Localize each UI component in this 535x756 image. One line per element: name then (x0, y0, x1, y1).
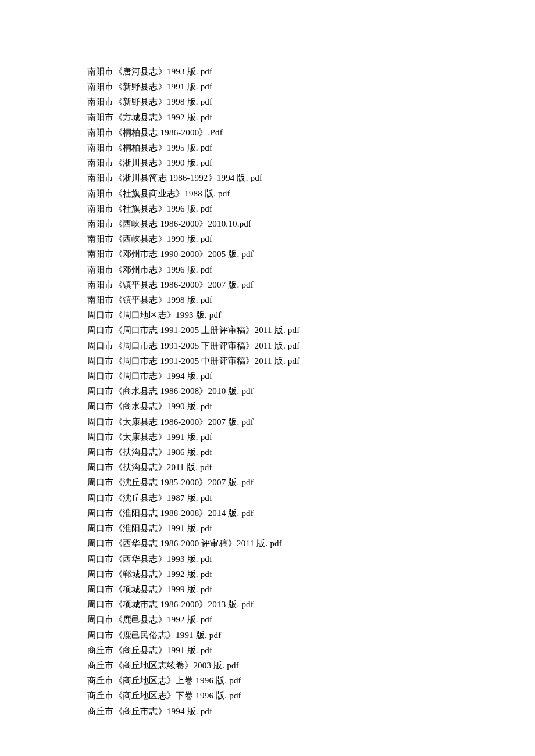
list-item: 周口市《周口市志 1991-2005 上册评审稿》2011 版. pdf (87, 323, 535, 338)
list-item: 商丘市《商丘地区志续卷》2003 版. pdf (87, 658, 535, 673)
list-item: 商丘市《商丘市志》1994 版. pdf (87, 704, 535, 719)
list-item: 南阳市《邓州市志》1996 版. pdf (87, 262, 535, 277)
list-item: 南阳市《西峡县志》1990 版. pdf (87, 231, 535, 246)
list-item: 周口市《商水县志 1986-2008》2010 版. pdf (87, 384, 535, 399)
list-item: 周口市《西华县志 1986-2000 评审稿》2011 版. pdf (87, 536, 535, 551)
list-item: 周口市《项城市志 1986-2000》2013 版. pdf (87, 597, 535, 612)
list-item: 周口市《周口市志 1991-2005 下册评审稿》2011 版. pdf (87, 338, 535, 353)
list-item: 周口市《扶沟县志》1986 版. pdf (87, 445, 535, 460)
list-item: 南阳市《西峡县志 1986-2000》2010.10.pdf (87, 216, 535, 231)
list-item: 南阳市《唐河县志》1993 版. pdf (87, 64, 535, 79)
list-item: 周口市《沈丘县志》1987 版. pdf (87, 490, 535, 506)
list-item: 南阳市《桐柏县志 1986-2000》.Pdf (87, 125, 535, 140)
list-item: 商丘市《商丘地区志》下卷 1996 版. pdf (87, 688, 535, 703)
list-item: 周口市《周口市志》1994 版. pdf (87, 368, 535, 384)
list-item: 周口市《商水县志》1990 版. pdf (87, 399, 535, 414)
list-item: 周口市《周口市志 1991-2005 中册评审稿》2011 版. pdf (87, 353, 535, 368)
list-item: 南阳市《社旗县志》1996 版. pdf (87, 201, 535, 216)
list-item: 周口市《鹿邑民俗志》1991 版. pdf (87, 628, 535, 643)
list-item: 南阳市《新野县志》1998 版. pdf (87, 94, 535, 109)
list-item: 商丘市《商丘县志》1991 版. pdf (87, 643, 535, 658)
list-item: 周口市《鹿邑县志》1992 版. pdf (87, 612, 535, 627)
list-item: 南阳市《方城县志》1992 版. pdf (87, 110, 535, 125)
list-item: 周口市《沈丘县志 1985-2000》2007 版. pdf (87, 475, 535, 490)
list-item: 南阳市《邓州市志 1990-2000》2005 版. pdf (87, 246, 535, 261)
list-item: 周口市《淮阳县志 1988-2008》2014 版. pdf (87, 506, 535, 521)
list-item: 周口市《郸城县志》1992 版. pdf (87, 567, 535, 582)
list-item: 南阳市《新野县志》1991 版. pdf (87, 79, 535, 94)
list-item: 周口市《太康县志 1986-2000》2007 版. pdf (87, 414, 535, 429)
list-item: 周口市《西华县志》1993 版. pdf (87, 551, 535, 567)
list-item: 周口市《周口地区志》1993 版. pdf (87, 307, 535, 323)
list-item: 南阳市《淅川县志》1990 版. pdf (87, 155, 535, 170)
list-item: 周口市《淮阳县志》1991 版. pdf (87, 521, 535, 536)
list-item: 商丘市《商丘地区志》上卷 1996 版. pdf (87, 673, 535, 688)
list-item: 南阳市《桐柏县志》1995 版. pdf (87, 140, 535, 155)
list-item: 南阳市《社旗县商业志》1988 版. pdf (87, 186, 535, 201)
list-item: 南阳市《镇平县志 1986-2000》2007 版. pdf (87, 277, 535, 292)
document-page: 南阳市《唐河县志》1993 版. pdf 南阳市《新野县志》1991 版. pd… (0, 0, 535, 756)
list-item: 周口市《项城县志》1999 版. pdf (87, 582, 535, 597)
list-item: 周口市《扶沟县志》2011 版. pdf (87, 460, 535, 475)
list-item: 南阳市《淅川县简志 1986-1992》1994 版. pdf (87, 170, 535, 185)
list-item: 周口市《太康县志》1991 版. pdf (87, 429, 535, 445)
list-item: 南阳市《镇平县志》1998 版. pdf (87, 292, 535, 307)
